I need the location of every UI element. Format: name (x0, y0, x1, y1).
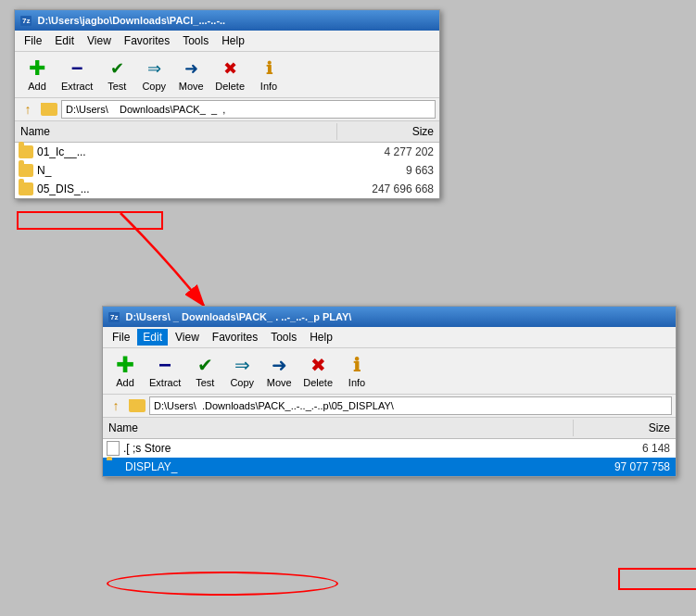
add-button-1[interactable]: ✚ Add (20, 56, 54, 94)
menu-edit-2[interactable]: Edit (137, 329, 168, 346)
file-size-1-1: 9 663 (337, 164, 439, 177)
menu-view-2[interactable]: View (170, 329, 205, 346)
menu-file-2[interactable]: File (107, 329, 135, 346)
extract-button-1[interactable]: − Extract (57, 56, 96, 94)
window-title-1: D:\Users\jagbo\Downloads\PACI_...-..-.. (37, 15, 225, 26)
file-name-2-0: .[ ;s Store (123, 442, 171, 455)
window-title-2: D:\Users\ _ Downloads\PACK_ . ..-_..-._p… (125, 311, 351, 322)
address-input-2[interactable] (149, 396, 672, 415)
file-list-header-1: Name Size (15, 121, 439, 143)
copy-icon-2: ⇒ (231, 354, 253, 376)
address-input-1[interactable] (61, 100, 436, 119)
menu-favorites-1[interactable]: Favorites (119, 32, 175, 49)
copy-label-2: Copy (230, 377, 254, 388)
app-icon-1: 7z (20, 16, 32, 26)
file-name-cell-2-1: DISPLAY_ (103, 460, 574, 473)
copy-label-1: Copy (142, 81, 166, 92)
file-size-1-0: 4 277 202 (337, 145, 439, 158)
red-rect-size (618, 568, 696, 590)
copy-button-2[interactable]: ⇒ Copy (225, 352, 259, 390)
delete-label-1: Delete (215, 81, 245, 92)
info-button-2[interactable]: ℹ Info (340, 352, 373, 390)
nav-folder-icon-2 (129, 399, 146, 412)
file-row-2-0[interactable]: .[ ;s Store 6 148 (103, 439, 676, 458)
file-list-1: Name Size 01_Ic__... 4 277 202 N_ 9 663 … (15, 121, 439, 198)
app-icon-2: 7z (108, 312, 120, 322)
file-list-header-2: Name Size (103, 418, 676, 439)
folder-icon-1-2 (19, 182, 33, 195)
extract-icon-1: − (66, 57, 88, 80)
menu-help-2[interactable]: Help (304, 329, 338, 346)
file-icon-2-0 (107, 441, 120, 456)
up-button-1[interactable]: ↑ (19, 100, 37, 119)
add-label-2: Add (116, 377, 134, 388)
up-button-2[interactable]: ↑ (107, 396, 125, 415)
menu-bar-2: File Edit View Favorites Tools Help (103, 327, 676, 348)
menu-tools-2[interactable]: Tools (265, 329, 302, 346)
add-label-1: Add (28, 81, 46, 92)
window-2: 7z D:\Users\ _ Downloads\PACK_ . ..-_..-… (102, 306, 677, 477)
col-size-header-1: Size (337, 123, 439, 140)
extract-label-1: Extract (61, 81, 93, 92)
extract-icon-2: − (154, 354, 176, 376)
col-name-header-1: Name (15, 123, 337, 140)
info-button-1[interactable]: ℹ Info (252, 56, 285, 94)
extract-label-2: Extract (149, 377, 181, 388)
delete-button-1[interactable]: ✖ Delete (211, 56, 248, 94)
nav-folder-icon-1 (41, 103, 57, 116)
menu-bar-1: File Edit View Favorites Tools Help (15, 31, 439, 52)
file-size-1-2: 247 696 668 (337, 182, 439, 195)
copy-button-1[interactable]: ⇒ Copy (137, 56, 171, 94)
menu-favorites-2[interactable]: Favorites (207, 329, 263, 346)
move-icon-1: ➜ (180, 57, 202, 80)
menu-file-1[interactable]: File (19, 32, 47, 49)
menu-tools-1[interactable]: Tools (177, 32, 214, 49)
test-label-1: Test (108, 81, 126, 92)
folder-icon-2-1 (107, 460, 121, 473)
file-name-cell-1-2: 05_DIS_... (15, 182, 337, 195)
file-size-2-0: 6 148 (574, 442, 676, 455)
test-button-2[interactable]: ✔ Test (188, 352, 221, 390)
test-label-2: Test (196, 377, 214, 388)
file-row-1-0[interactable]: 01_Ic__... 4 277 202 (15, 143, 439, 161)
menu-edit-1[interactable]: Edit (49, 32, 80, 49)
test-button-1[interactable]: ✔ Test (100, 56, 133, 94)
col-name-header-2: Name (103, 420, 574, 436)
address-bar-2: ↑ (103, 395, 676, 418)
col-size-header-2: Size (574, 420, 676, 436)
info-label-2: Info (348, 377, 365, 388)
file-name-cell-1-0: 01_Ic__... (15, 145, 337, 158)
file-row-1-1[interactable]: N_ 9 663 (15, 161, 439, 180)
red-rect-folder (17, 211, 163, 230)
title-bar-2: 7z D:\Users\ _ Downloads\PACK_ . ..-_..-… (103, 307, 676, 327)
info-icon-1: ℹ (258, 57, 280, 80)
file-size-2-1: 97 077 758 (574, 460, 676, 473)
move-button-1[interactable]: ➜ Move (174, 56, 208, 94)
test-icon-1: ✔ (106, 57, 128, 80)
add-button-2[interactable]: ✚ Add (108, 352, 142, 390)
file-name-1-1: N_ (37, 164, 51, 177)
menu-view-1[interactable]: View (82, 32, 117, 49)
move-label-2: Move (267, 377, 292, 388)
file-name-2-1: DISPLAY_ (125, 460, 177, 473)
toolbar-1: ✚ Add − Extract ✔ Test ⇒ Copy ➜ Move ✖ D… (15, 52, 439, 98)
file-row-2-1[interactable]: DISPLAY_ 97 077 758 (103, 458, 676, 476)
delete-button-2[interactable]: ✖ Delete (299, 352, 336, 390)
add-icon-1: ✚ (26, 57, 48, 80)
address-bar-1: ↑ (15, 98, 439, 121)
file-row-1-2[interactable]: 05_DIS_... 247 696 668 (15, 180, 439, 198)
file-name-cell-2-0: .[ ;s Store (103, 441, 574, 456)
info-label-1: Info (260, 81, 277, 92)
move-button-2[interactable]: ➜ Move (262, 352, 296, 390)
window-1: 7z D:\Users\jagbo\Downloads\PACI_...-..-… (14, 9, 440, 199)
delete-icon-2: ✖ (307, 354, 329, 376)
test-icon-2: ✔ (194, 354, 216, 376)
move-icon-2: ➜ (268, 354, 290, 376)
file-name-1-0: 01_Ic__... (37, 145, 86, 158)
title-bar-1: 7z D:\Users\jagbo\Downloads\PACI_...-..-… (15, 10, 439, 31)
menu-help-1[interactable]: Help (216, 32, 250, 49)
move-label-1: Move (179, 81, 204, 92)
file-name-cell-1-1: N_ (15, 164, 337, 177)
extract-button-2[interactable]: − Extract (146, 352, 184, 390)
toolbar-2: ✚ Add − Extract ✔ Test ⇒ Copy ➜ Move ✖ D… (103, 348, 676, 395)
